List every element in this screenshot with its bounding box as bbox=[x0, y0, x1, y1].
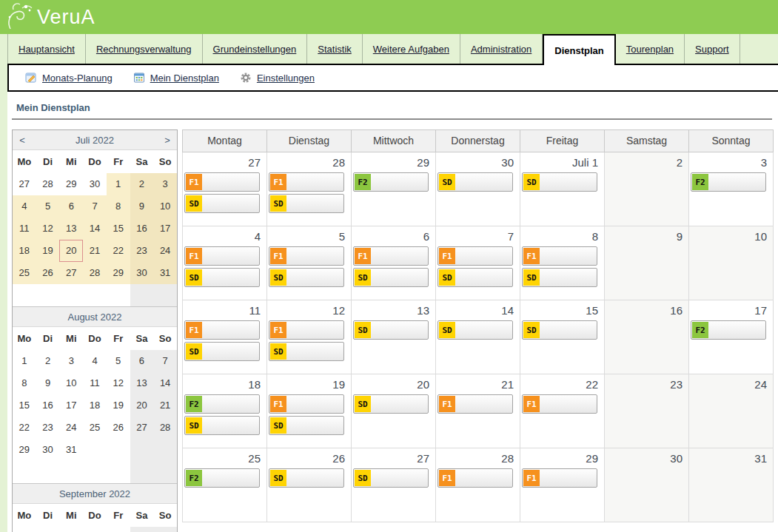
next-month-arrow[interactable]: > bbox=[158, 135, 177, 146]
mini-day-cell[interactable]: 21 bbox=[153, 394, 177, 417]
mini-day-cell[interactable]: 31 bbox=[59, 439, 83, 461]
main-day-cell[interactable]: 2 bbox=[605, 152, 689, 226]
shift-entry[interactable]: F1 bbox=[353, 246, 429, 266]
mini-day-cell[interactable]: 23 bbox=[130, 240, 154, 262]
main-day-cell[interactable]: 7F1SD bbox=[436, 226, 520, 300]
tab-rechnungsverwaltung[interactable]: Rechnungsverwaltung bbox=[86, 34, 203, 64]
main-day-cell[interactable]: 16 bbox=[605, 300, 689, 374]
tab-administration[interactable]: Administration bbox=[460, 34, 543, 64]
shift-entry[interactable]: F1 bbox=[522, 468, 597, 488]
mini-day-cell[interactable]: 4 bbox=[83, 350, 107, 372]
mini-day-cell[interactable]: 3 bbox=[130, 527, 154, 532]
main-day-cell[interactable]: 30 bbox=[605, 448, 689, 522]
shift-entry[interactable]: SD bbox=[184, 416, 260, 435]
main-day-cell[interactable]: 10 bbox=[689, 226, 774, 300]
shift-entry[interactable]: F1 bbox=[184, 320, 260, 340]
mini-day-cell[interactable]: 2 bbox=[130, 173, 154, 195]
mini-day-cell[interactable]: 15 bbox=[107, 218, 130, 240]
mini-day-cell[interactable]: 30 bbox=[36, 439, 60, 461]
main-day-cell[interactable]: 12F1SD bbox=[267, 300, 352, 374]
mini-day-cell[interactable]: 2 bbox=[107, 527, 130, 532]
mini-day-cell[interactable]: 25 bbox=[83, 417, 107, 439]
shift-entry[interactable]: F2 bbox=[184, 468, 260, 488]
shift-entry[interactable]: SD bbox=[353, 468, 429, 488]
main-day-cell[interactable]: Juli 1SD bbox=[520, 152, 605, 226]
main-day-cell[interactable]: 11F1SD bbox=[183, 300, 267, 374]
shift-entry[interactable]: SD bbox=[269, 268, 344, 287]
prev-month-arrow[interactable]: < bbox=[13, 135, 32, 146]
main-day-cell[interactable]: 19F1SD bbox=[267, 374, 352, 448]
mini-day-cell[interactable]: 5 bbox=[107, 350, 130, 372]
shift-entry[interactable]: F1 bbox=[437, 246, 513, 266]
shift-entry[interactable]: SD bbox=[269, 468, 344, 488]
mini-day-cell[interactable]: 1 bbox=[83, 527, 107, 532]
shift-entry[interactable]: F1 bbox=[437, 394, 513, 414]
main-day-cell[interactable]: 22F1 bbox=[520, 374, 605, 448]
mini-day-cell[interactable]: 25 bbox=[13, 262, 36, 284]
tab-hauptansicht[interactable]: Hauptansicht bbox=[7, 34, 86, 64]
main-day-cell[interactable]: 23 bbox=[605, 374, 689, 448]
tab-tourenplan[interactable]: Tourenplan bbox=[616, 34, 685, 64]
mini-day-cell[interactable]: 27 bbox=[59, 262, 83, 284]
shift-entry[interactable]: SD bbox=[353, 268, 429, 287]
mini-day-cell[interactable]: 20 bbox=[59, 240, 83, 262]
mini-day-cell[interactable]: 6 bbox=[130, 350, 154, 372]
main-day-cell[interactable]: 27SD bbox=[352, 448, 436, 522]
shift-entry[interactable]: F2 bbox=[691, 320, 766, 340]
mini-day-cell[interactable]: 14 bbox=[153, 372, 177, 394]
mini-day-cell[interactable]: 9 bbox=[130, 195, 154, 218]
mini-day-cell[interactable]: 17 bbox=[59, 394, 83, 417]
mini-day-cell[interactable]: 5 bbox=[36, 195, 60, 218]
shift-entry[interactable]: SD bbox=[522, 320, 597, 340]
shift-entry[interactable]: SD bbox=[269, 342, 344, 361]
mini-day-cell[interactable]: 28 bbox=[83, 262, 107, 284]
shift-entry[interactable]: SD bbox=[184, 268, 260, 287]
shift-entry[interactable]: F2 bbox=[184, 394, 260, 414]
mini-day-cell[interactable]: 20 bbox=[130, 394, 154, 417]
mini-day-cell[interactable]: 3 bbox=[59, 350, 83, 372]
mini-day-cell[interactable]: 19 bbox=[107, 394, 130, 417]
mini-day-cell[interactable]: 8 bbox=[13, 372, 36, 394]
shift-entry[interactable]: SD bbox=[437, 172, 513, 192]
main-day-cell[interactable]: 6F1SD bbox=[352, 226, 436, 300]
mini-day-cell[interactable]: 23 bbox=[36, 417, 60, 439]
mini-day-cell[interactable]: 10 bbox=[153, 195, 177, 218]
subnav-item-monats-planung[interactable]: Monats-Planung bbox=[25, 72, 113, 84]
mini-day-cell[interactable]: 6 bbox=[59, 195, 83, 218]
mini-day-cell[interactable]: 24 bbox=[153, 240, 177, 262]
mini-day-cell[interactable]: 18 bbox=[83, 394, 107, 417]
mini-day-cell[interactable]: 19 bbox=[36, 240, 60, 262]
shift-entry[interactable]: F1 bbox=[269, 394, 344, 414]
shift-entry[interactable]: SD bbox=[184, 194, 260, 213]
main-day-cell[interactable]: 26SD bbox=[267, 448, 352, 522]
mini-day-cell[interactable]: 4 bbox=[153, 527, 177, 532]
mini-day-cell[interactable]: 13 bbox=[59, 218, 83, 240]
mini-day-cell[interactable]: 13 bbox=[130, 372, 154, 394]
mini-day-cell[interactable]: 29 bbox=[107, 262, 130, 284]
shift-entry[interactable]: F1 bbox=[522, 394, 597, 414]
mini-day-cell[interactable]: 28 bbox=[153, 417, 177, 439]
main-day-cell[interactable]: 31 bbox=[689, 448, 774, 522]
shift-entry[interactable]: F2 bbox=[353, 172, 429, 192]
mini-day-cell[interactable]: 2 bbox=[36, 350, 60, 372]
main-day-cell[interactable]: 21F1 bbox=[436, 374, 520, 448]
main-day-cell[interactable]: 24 bbox=[689, 374, 774, 448]
mini-day-cell[interactable]: 1 bbox=[13, 350, 36, 372]
shift-entry[interactable]: SD bbox=[184, 342, 260, 361]
mini-day-cell[interactable]: 12 bbox=[36, 218, 60, 240]
subnav-item-mein-dienstplan[interactable]: Mein Dienstplan bbox=[133, 72, 219, 84]
main-day-cell[interactable]: 20SD bbox=[352, 374, 436, 448]
mini-day-cell[interactable]: 18 bbox=[13, 240, 36, 262]
shift-entry[interactable]: F1 bbox=[184, 246, 260, 266]
main-day-cell[interactable]: 5F1SD bbox=[267, 226, 352, 300]
main-day-cell[interactable]: 18F2SD bbox=[183, 374, 267, 448]
shift-entry[interactable]: SD bbox=[269, 194, 344, 213]
main-day-cell[interactable]: 29F1 bbox=[520, 448, 605, 522]
subnav-item-einstellungen[interactable]: Einstellungen bbox=[240, 72, 315, 84]
shift-entry[interactable]: F1 bbox=[269, 246, 344, 266]
tab-weitere-aufgaben[interactable]: Weitere Aufgaben bbox=[363, 34, 460, 64]
mini-day-cell[interactable]: 22 bbox=[107, 240, 130, 262]
main-day-cell[interactable]: 3F2 bbox=[689, 152, 774, 226]
mini-day-cell[interactable]: 22 bbox=[13, 417, 36, 439]
mini-day-cell[interactable]: 14 bbox=[83, 218, 107, 240]
